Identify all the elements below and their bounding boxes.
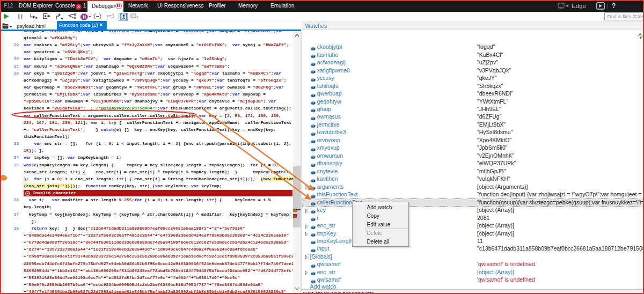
svg-text:c: c bbox=[107, 17, 108, 20]
svg-text:32: 32 bbox=[132, 14, 135, 17]
svg-text:ab: ab bbox=[106, 14, 110, 17]
